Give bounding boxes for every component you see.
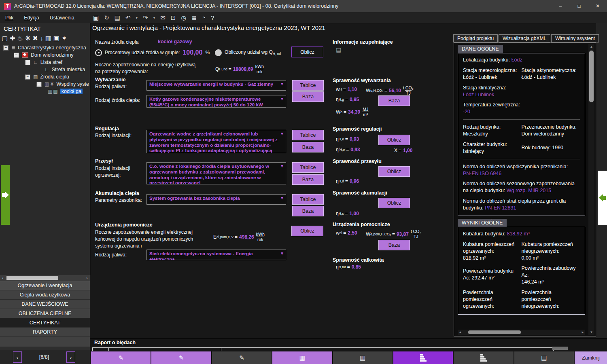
energy-label-button-2[interactable]	[454, 351, 513, 364]
tablice-button[interactable]: Tablice	[292, 80, 324, 91]
expand-right-handle[interactable]	[598, 171, 607, 225]
collapse-icon[interactable]: −	[36, 82, 42, 87]
wizard-icon[interactable]: ✶	[62, 34, 67, 42]
license-lock-icon[interactable]: ⊡	[171, 14, 176, 21]
undo-icon[interactable]: ↶	[125, 14, 131, 21]
history-icon[interactable]: ◷	[181, 14, 186, 21]
tab-podglad-projektu[interactable]: Podgląd projektu	[453, 34, 498, 42]
refresh-icon[interactable]: ↻	[104, 14, 109, 21]
collapse-icon[interactable]: −	[14, 53, 19, 58]
collapse-icon[interactable]: −	[3, 45, 8, 51]
oblicz-share-button[interactable]: Oblicz	[291, 47, 323, 57]
aux-fuel-select[interactable]: Sieć elektroenergetyczna systemowa - Ene…	[146, 250, 286, 260]
oblicz-button[interactable]: Oblicz	[378, 198, 410, 208]
fuel-type-select[interactable]: Miejscowe wytwarzanie energii w budynku …	[146, 80, 286, 91]
energy-label-button-1[interactable]	[393, 351, 453, 364]
page-next-button[interactable]: ›	[66, 351, 75, 363]
tablice-button[interactable]: Tablice	[292, 194, 324, 205]
scroll-down-icon[interactable]: ▼	[588, 330, 594, 334]
heat-source-type-select[interactable]: Kotły gazowe kondensacyjne niskotemperat…	[146, 95, 286, 108]
tablice-button[interactable]: Tablice	[292, 162, 324, 173]
tree-node-strefa[interactable]: ∟ Strefa mieszka	[0, 66, 90, 73]
tab-wizualizacja-gbxml[interactable]: Wizualizacja gbXML	[499, 34, 550, 42]
tree-node-zrodla-ciepla[interactable]: − ▥ Źródła ciepła	[0, 73, 90, 80]
certificate-doc-button[interactable]: ▤	[514, 351, 574, 364]
nav-item-obliczenia[interactable]: OBLICZENIA CIEPLNE	[0, 309, 90, 318]
menu-plik[interactable]: Plik	[0, 15, 19, 21]
nav-item-raporty[interactable]: RAPORTY	[0, 328, 90, 337]
report-table-button-1[interactable]: ▦	[272, 351, 332, 364]
nav-item-ogrzewanie[interactable]: Ogrzewanie i wentylacja	[0, 281, 90, 290]
add-icon[interactable]: ✚	[10, 34, 15, 42]
page-prev-button[interactable]: ‹	[13, 351, 22, 363]
nav-item-certyfikat[interactable]: CERTYFIKAT	[0, 318, 90, 328]
nav-hscrollbar[interactable]: ‹ ›	[0, 275, 90, 281]
report-doc-button-3[interactable]: ✎	[212, 351, 272, 364]
tablice-button[interactable]: Tablice	[292, 130, 324, 140]
collapse-icon[interactable]: −	[25, 74, 30, 80]
transmission-type-select[interactable]: C.o. wodne z lokalnego źródła ciepła usy…	[146, 162, 286, 184]
splitter-handle[interactable]	[552, 347, 568, 350]
report-doc-button-1[interactable]: ✎	[91, 351, 151, 364]
menu-ustawienia[interactable]: Ustawienia	[45, 15, 80, 21]
add-document-icon[interactable]: ▢	[2, 34, 8, 42]
zamknij-button[interactable]: Zamknij	[575, 351, 607, 364]
send-icon[interactable]: ✉	[160, 14, 166, 21]
report-icon[interactable]: ≣	[191, 14, 197, 21]
oblicz-aux-button[interactable]: Oblicz	[291, 226, 323, 236]
baza-button[interactable]: Baza	[378, 95, 410, 106]
scrollbar-thumb[interactable]	[468, 330, 521, 334]
percent-share-value[interactable]: 100,00	[183, 49, 202, 56]
oblicz-button[interactable]: Oblicz	[378, 135, 410, 145]
save-icon[interactable]: ▣	[93, 14, 99, 21]
baza-button[interactable]: Baza	[378, 240, 410, 250]
tab-wirtualny-asystent[interactable]: Wirtualny asystent	[551, 34, 599, 42]
alarm-icon[interactable]: ◔	[202, 14, 206, 21]
tree-node-dom-wielorodzinny[interactable]: − Dom wielorodzinny	[0, 51, 90, 59]
preview-vscrollbar[interactable]: ▲ ▼	[588, 44, 594, 335]
nav-item-dane-wejsciowe[interactable]: DANE WEJŚCIOWE	[0, 300, 90, 309]
maximize-button[interactable]: □	[570, 0, 588, 12]
minimize-button[interactable]: –	[551, 0, 570, 12]
close-button[interactable]: ✕	[588, 0, 607, 12]
scroll-left-icon[interactable]: ◄	[458, 330, 463, 334]
sort-icon[interactable]: ↓	[40, 35, 43, 42]
redo-icon[interactable]: ↷	[143, 14, 148, 21]
menu-edycja[interactable]: Edycja	[19, 15, 45, 21]
add-ventilation-icon[interactable]: ❋	[25, 34, 30, 42]
info-doc-icon[interactable]: ▤	[336, 47, 341, 53]
tree-node-charakterystyka[interactable]: − ≣ Charakterystyka energetyczna	[0, 44, 90, 51]
calculated-share-radio[interactable]	[215, 49, 222, 56]
scrollbar-thumb[interactable]	[589, 51, 594, 102]
percent-share-radio[interactable]	[95, 49, 102, 56]
undo-dropdown-icon[interactable]: ▾	[136, 16, 138, 20]
preview-hscrollbar[interactable]: ◄ ►	[458, 330, 585, 335]
baza-button[interactable]: Baza	[292, 91, 324, 102]
tree-node-wspolny-system[interactable]: − ▥ ❋ Wspólny syste	[0, 80, 90, 88]
oblicz-button[interactable]: Oblicz	[378, 166, 410, 177]
regulation-type-select[interactable]: Ogrzewanie wodne z grzejnikami członowym…	[146, 130, 286, 153]
report-doc-button-2[interactable]: ✎	[151, 351, 211, 364]
scroll-right-icon[interactable]: ►	[580, 330, 585, 334]
baza-button[interactable]: Baza	[292, 206, 324, 216]
baza-button[interactable]: Baza	[292, 174, 324, 185]
report-table-button-2[interactable]: ▦	[333, 351, 393, 364]
nav-item-cwu[interactable]: Ciepła woda użytkowa	[0, 290, 90, 300]
tank-params-select[interactable]: System ogrzewania bez zasobnika ciepła ▼	[146, 194, 286, 205]
collapse-icon[interactable]: −	[25, 60, 30, 65]
tree-node-kociol-gazowy[interactable]: ▥ ▥ kocioł ga	[0, 88, 90, 95]
scrollbar-thumb[interactable]	[6, 276, 58, 280]
help-icon[interactable]: ?	[211, 14, 214, 21]
scroll-left-icon[interactable]: ‹	[0, 276, 6, 280]
baza-button[interactable]: Baza	[292, 142, 324, 152]
copy-icon[interactable]: ▥	[45, 34, 51, 42]
scroll-up-icon[interactable]: ▲	[588, 45, 594, 49]
save-document-icon[interactable]: ▣	[53, 34, 59, 42]
delete-icon[interactable]: ✖	[32, 34, 38, 42]
scroll-right-icon[interactable]: ›	[84, 276, 90, 280]
add-heat-source-icon[interactable]: ♨	[17, 34, 23, 42]
preview-icon[interactable]: ▤	[115, 14, 120, 21]
expand-left-handle[interactable]	[1, 165, 10, 225]
tree-node-lista-stref[interactable]: − ∟ Lista stref	[0, 59, 90, 66]
redo-dropdown-icon[interactable]: ▾	[153, 16, 155, 20]
